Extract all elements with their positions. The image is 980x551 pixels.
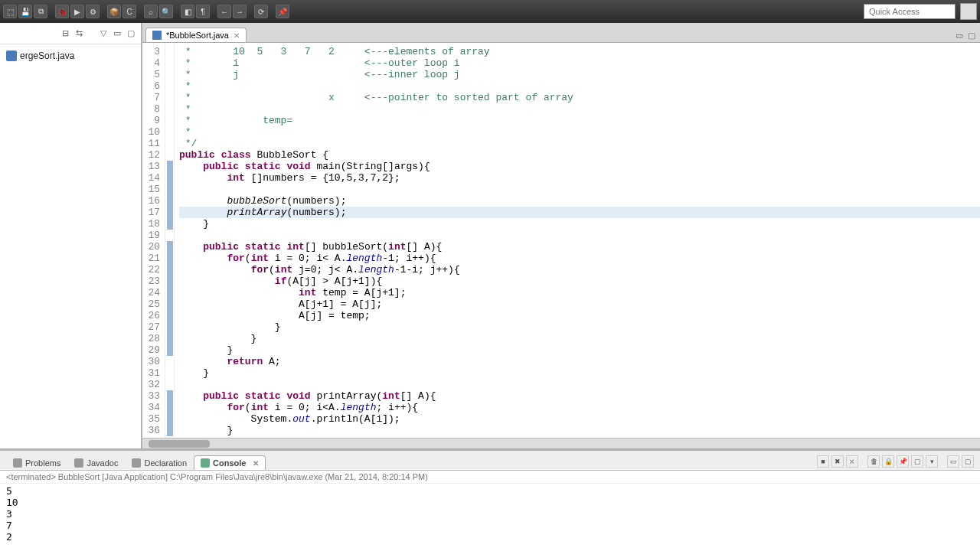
editor-tab[interactable]: *BubbleSort.java ✕ (145, 28, 247, 42)
save-button[interactable]: 💾 (18, 5, 32, 18)
close-icon[interactable]: ✕ (253, 459, 259, 468)
tab-declaration[interactable]: Declaration (125, 455, 194, 470)
problems-icon (13, 458, 22, 468)
maximize-icon[interactable]: ▢ (966, 30, 977, 41)
scroll-lock-button[interactable]: 🔒 (882, 455, 894, 468)
tab-console[interactable]: Console ✕ (194, 455, 265, 470)
minimize-icon[interactable]: ▭ (954, 30, 965, 41)
run-button[interactable]: ▶ (70, 5, 84, 18)
clear-console-button[interactable]: 🗑 (867, 455, 880, 468)
editor-tab-row: *BubbleSort.java ✕ ▭ ▢ (142, 23, 980, 43)
link-editor-icon[interactable]: ⇆ (74, 28, 84, 39)
pin-console-button[interactable]: 📌 (897, 455, 909, 468)
tab-problems[interactable]: Problems (6, 455, 67, 470)
open-type-button[interactable]: ⌕ (144, 5, 158, 18)
display-console-button[interactable]: ▢ (911, 455, 923, 468)
minimize-icon[interactable]: ▭ (112, 28, 122, 39)
remove-all-button[interactable]: ⤫ (846, 455, 858, 468)
view-menu-icon[interactable]: ▽ (98, 28, 109, 39)
search-button[interactable]: 🔍 (159, 5, 173, 18)
javadoc-icon (74, 458, 83, 468)
file-item[interactable]: ergeSort.java (3, 49, 138, 63)
bottom-tab-row: Problems Javadoc Declaration Console ✕ ■… (0, 451, 980, 471)
show-whitespace-button[interactable]: ¶ (196, 5, 210, 18)
package-explorer: ⊟ ⇆ ▽ ▭ ▢ ergeSort.java (0, 23, 142, 448)
java-perspective-button[interactable] (960, 3, 977, 20)
new-class-button[interactable]: C (122, 5, 136, 18)
pin-button[interactable]: 📌 (276, 5, 289, 18)
tab-javadoc[interactable]: Javadoc (67, 455, 125, 470)
back-button[interactable]: ← (217, 5, 231, 18)
package-explorer-toolbar: ⊟ ⇆ ▽ ▭ ▢ (0, 23, 141, 44)
console-icon (201, 458, 210, 468)
scrollbar-thumb[interactable] (149, 440, 210, 448)
code-content[interactable]: * 10 5 3 7 2 <---elements of array * i <… (175, 43, 980, 438)
remove-launch-button[interactable]: ✖ (831, 455, 844, 468)
toggle-mark-button[interactable]: ◧ (181, 5, 194, 18)
debug-button[interactable]: 🐞 (55, 5, 69, 18)
external-button[interactable]: ⚙ (86, 5, 100, 18)
editor-tab-label: *BubbleSort.java (166, 31, 229, 40)
maximize-icon[interactable]: ▢ (962, 455, 974, 468)
new-package-button[interactable]: 📦 (107, 5, 121, 18)
collapse-all-icon[interactable]: ⊟ (60, 28, 70, 39)
refresh-button[interactable]: ⟳ (254, 5, 268, 18)
console-toolbar: ■ ✖ ⤫ 🗑 🔒 📌 ▢ ▾ ▭ ▢ (817, 455, 980, 470)
quick-access-input[interactable] (864, 4, 956, 19)
save-all-button[interactable]: ⧉ (34, 5, 47, 18)
maximize-icon[interactable]: ▢ (126, 28, 136, 39)
line-number-gutter: 3456789101112131415161718192021222324252… (142, 43, 165, 438)
file-name: ergeSort.java (20, 51, 74, 61)
java-file-icon (152, 31, 162, 40)
terminate-button[interactable]: ■ (817, 455, 829, 468)
toolbar-button[interactable]: ⬚ (3, 5, 17, 18)
open-console-button[interactable]: ▾ (926, 455, 938, 468)
close-icon[interactable]: ✕ (234, 31, 240, 40)
declaration-icon (132, 458, 141, 468)
folding-gutter[interactable] (165, 43, 175, 438)
java-file-icon (6, 51, 17, 61)
console-status: <terminated> BubbleSort [Java Applicatio… (0, 471, 980, 484)
forward-button[interactable]: → (233, 5, 247, 18)
code-editor[interactable]: 3456789101112131415161718192021222324252… (142, 43, 980, 438)
console-output[interactable]: 5 10 3 7 2 (0, 484, 980, 551)
horizontal-scrollbar[interactable] (142, 438, 980, 448)
minimize-icon[interactable]: ▭ (947, 455, 959, 468)
editor-pane: *BubbleSort.java ✕ ▭ ▢ 34567891011121314… (142, 23, 980, 448)
main-toolbar: ⬚ 💾 ⧉ 🐞 ▶ ⚙ 📦 C ⌕ 🔍 ◧ ¶ ← → ⟳ 📌 (0, 0, 980, 23)
bottom-panel: Problems Javadoc Declaration Console ✕ ■… (0, 448, 980, 551)
